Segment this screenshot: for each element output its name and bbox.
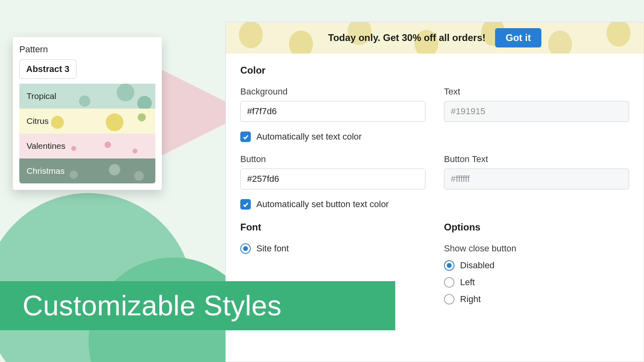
auto-button-text-checkbox[interactable]: Automatically set button text color <box>240 199 629 210</box>
text-input <box>444 101 629 122</box>
button-input[interactable] <box>240 169 425 189</box>
close-button-label: Show close button <box>444 243 629 254</box>
caption-bar: Customizable Styles <box>0 281 395 330</box>
pattern-option-christmas[interactable]: Christmas <box>19 158 155 183</box>
auto-button-label: Automatically set button text color <box>256 199 389 210</box>
background-label: Background <box>240 86 425 97</box>
close-left-radio[interactable]: Left <box>444 277 629 288</box>
radio-unselected-icon <box>444 294 454 304</box>
pattern-option-tropical[interactable]: Tropical <box>19 84 155 109</box>
pattern-label: Pattern <box>19 44 155 55</box>
caption-text: Customizable Styles <box>23 290 282 322</box>
background-input[interactable] <box>240 101 425 122</box>
radio-selected-icon <box>444 260 454 271</box>
section-title-color: Color <box>240 65 629 76</box>
font-site-font-label: Site font <box>256 243 289 254</box>
checkbox-checked-icon <box>240 132 251 142</box>
radio-unselected-icon <box>444 277 454 288</box>
section-title-font: Font <box>240 222 425 233</box>
preview-banner: Today only. Get 30% off all orders! Got … <box>226 22 644 53</box>
close-right-radio[interactable]: Right <box>444 294 629 304</box>
text-label: Text <box>444 86 629 97</box>
pattern-selected[interactable]: Abstract 3 <box>19 60 76 79</box>
banner-cta-button[interactable]: Got it <box>495 28 541 47</box>
banner-message: Today only. Get 30% off all orders! <box>328 32 485 43</box>
close-disabled-radio[interactable]: Disabled <box>444 260 629 271</box>
pattern-option-valentines[interactable]: Valentines <box>19 134 155 158</box>
close-disabled-label: Disabled <box>460 260 495 271</box>
checkbox-checked-icon <box>240 199 251 210</box>
pattern-card: Pattern Abstract 3 Tropical Citrus Valen… <box>13 37 162 190</box>
section-title-options: Options <box>444 222 629 233</box>
button-text-input <box>444 169 629 189</box>
pattern-option-citrus[interactable]: Citrus <box>19 109 155 134</box>
button-label: Button <box>240 154 425 165</box>
auto-text-checkbox[interactable]: Automatically set text color <box>240 132 629 142</box>
close-right-label: Right <box>460 294 481 304</box>
radio-selected-icon <box>240 243 251 254</box>
close-left-label: Left <box>460 277 475 288</box>
font-site-font-radio[interactable]: Site font <box>240 243 425 254</box>
auto-text-label: Automatically set text color <box>256 132 362 142</box>
button-text-label: Button Text <box>444 154 629 165</box>
